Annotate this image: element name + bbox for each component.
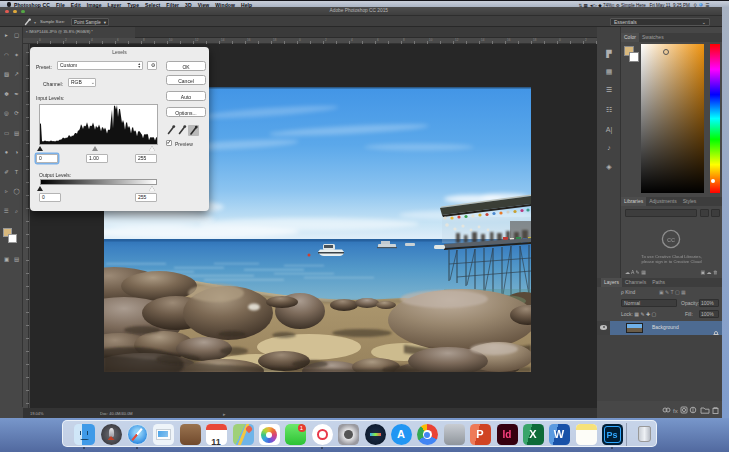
svg-text:fx: fx — [673, 408, 678, 414]
svg-text:cc: cc — [667, 235, 675, 244]
